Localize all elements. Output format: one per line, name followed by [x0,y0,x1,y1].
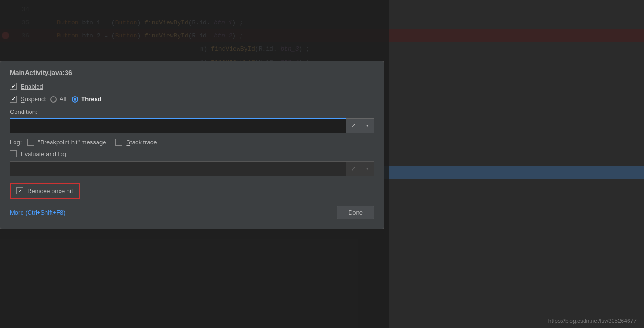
log-msg-label: "Breakpoint hit" message [38,139,106,146]
log-msg-checkbox[interactable] [27,139,34,146]
condition-input[interactable] [10,118,346,133]
stack-trace-checkbox[interactable] [115,139,122,146]
log-msg-checkbox-wrap[interactable]: "Breakpoint hit" message [27,139,106,146]
enabled-checkbox[interactable] [10,83,17,90]
radio-thread[interactable]: Thread [72,96,101,103]
log-label: Log: [10,139,22,146]
suspend-row: Suspend: All Thread [10,96,374,103]
breakpoint-dialog: MainActivity.java:36 Enabled Suspend: Al… [0,61,384,229]
condition-input-row: ⤢ ▾ [10,118,374,133]
suspend-checkbox-wrap[interactable]: Suspend: [10,96,46,103]
condition-label: Condition: [10,108,374,115]
eval-row: Evaluate and log: [10,150,374,157]
log-row: Log: "Breakpoint hit" message Stack trac… [10,139,374,146]
eval-input[interactable] [10,161,346,176]
radio-all-label: All [60,96,66,103]
remove-once-hit-row: Remove once hit [10,183,80,199]
condition-expand-btn[interactable]: ⤢ [346,118,360,133]
radio-thread-label: Thread [81,96,101,103]
suspend-radio-group: All Thread [50,96,102,103]
more-link[interactable]: More (Ctrl+Shift+F8) [10,209,65,216]
eval-checkbox[interactable] [10,150,17,157]
bottom-row: More (Ctrl+Shift+F8) Done [10,206,374,219]
stack-trace-label: Stack trace [126,139,157,146]
done-button[interactable]: Done [337,206,374,219]
enabled-label: Enabled [21,83,43,90]
suspend-label: Suspend: [21,96,46,103]
suspend-checkbox[interactable] [10,96,17,103]
eval-dropdown-btn[interactable]: ▾ [360,161,374,176]
radio-all-circle[interactable] [50,96,57,103]
eval-input-row: ⤢ ▾ [10,161,374,176]
remove-checkbox[interactable] [16,187,23,194]
eval-label: Evaluate and log: [21,150,67,157]
stack-trace-checkbox-wrap[interactable]: Stack trace [115,139,157,146]
enabled-checkbox-wrap[interactable]: Enabled [10,83,43,90]
remove-label: Remove once hit [27,187,73,194]
eval-expand-btn[interactable]: ⤢ [346,161,360,176]
radio-thread-circle[interactable] [72,96,78,103]
enabled-row: Enabled [10,83,374,90]
url-bar: https://blog.csdn.net/lsw305264677 [548,318,637,324]
dialog-title: MainActivity.java:36 [10,69,374,76]
radio-all[interactable]: All [50,96,66,103]
condition-dropdown-btn[interactable]: ▾ [360,118,374,133]
